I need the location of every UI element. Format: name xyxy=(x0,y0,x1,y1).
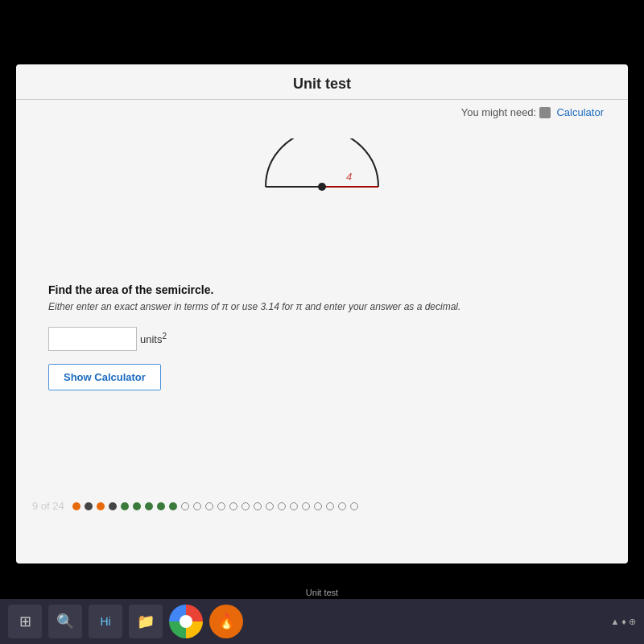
content-area: 4 Find the area of the semicircle. Eithe… xyxy=(16,122,628,407)
progress-dot xyxy=(145,502,153,510)
taskbar: ⊞ 🔍 Hi 📁 🔥 ▲ ♦ ⊕ xyxy=(0,599,644,644)
progress-dot xyxy=(109,502,117,510)
progress-dot xyxy=(290,502,298,510)
progress-dot xyxy=(121,502,129,510)
taskbar-start[interactable]: ⊞ xyxy=(8,605,42,638)
radius-label: 4 xyxy=(346,171,352,183)
page-header: Unit test xyxy=(16,64,628,100)
taskbar-chrome[interactable] xyxy=(169,605,203,638)
progress-dot xyxy=(266,502,274,510)
progress-dot xyxy=(97,502,105,510)
progress-dot xyxy=(350,502,358,510)
units-label: units2 xyxy=(140,332,167,345)
progress-dot xyxy=(205,502,213,510)
progress-dot xyxy=(254,502,262,510)
taskbar-time: ▲ ♦ ⊕ xyxy=(610,617,636,627)
diagram-container: 4 xyxy=(48,138,596,267)
page-title: Unit test xyxy=(16,76,628,93)
question-label: Find the area of the semicircle. xyxy=(48,283,596,296)
progress-dot xyxy=(157,502,165,510)
instruction-text: Either enter an exact answer in terms of… xyxy=(48,301,596,312)
progress-dot xyxy=(314,502,322,510)
answer-input[interactable] xyxy=(48,327,137,351)
progress-dot xyxy=(193,502,201,510)
footer-label: Unit test xyxy=(306,588,338,597)
taskbar-search[interactable]: 🔍 xyxy=(48,605,82,638)
progress-dot xyxy=(242,502,250,510)
answer-row: units2 xyxy=(48,327,596,351)
calculator-hint: You might need: Calculator xyxy=(16,100,628,122)
svg-point-2 xyxy=(318,183,326,191)
progress-dot xyxy=(278,502,286,510)
progress-dot xyxy=(326,502,334,510)
progress-dot xyxy=(229,502,237,510)
dots-container xyxy=(72,502,358,510)
semicircle-diagram: 4 xyxy=(233,138,411,267)
progress-bar: 9 of 24 xyxy=(16,495,628,517)
taskbar-browser[interactable]: Hi xyxy=(89,605,122,638)
progress-dot xyxy=(302,502,310,510)
progress-dot xyxy=(217,502,225,510)
main-screen: Unit test You might need: Calculator 4 F… xyxy=(16,64,628,564)
progress-dot xyxy=(169,502,177,510)
progress-dot xyxy=(72,502,80,510)
calculator-link[interactable]: Calculator xyxy=(556,106,604,118)
show-calculator-button[interactable]: Show Calculator xyxy=(48,364,161,390)
progress-label: 9 of 24 xyxy=(32,500,64,512)
progress-dot xyxy=(338,502,346,510)
progress-dot xyxy=(85,502,93,510)
taskbar-files[interactable]: 📁 xyxy=(129,605,163,638)
taskbar-app[interactable]: 🔥 xyxy=(209,605,243,638)
calculator-icon xyxy=(539,107,551,118)
progress-dot xyxy=(133,502,141,510)
progress-dot xyxy=(181,502,189,510)
